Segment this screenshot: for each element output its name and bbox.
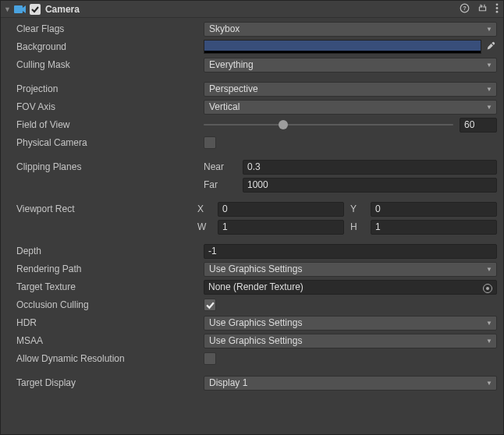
background-color-field[interactable]: [204, 40, 481, 54]
clear-flags-label: Clear Flags: [15, 23, 204, 34]
culling-mask-label: Culling Mask: [15, 59, 204, 70]
chevron-down-icon: ▼: [486, 86, 492, 93]
fov-axis-dropdown[interactable]: Vertical ▼: [204, 100, 497, 115]
chevron-down-icon: ▼: [486, 62, 492, 69]
near-input[interactable]: [243, 160, 497, 175]
hdr-dropdown[interactable]: Use Graphics Settings ▼: [204, 316, 497, 331]
culling-mask-dropdown[interactable]: Everything ▼: [204, 58, 497, 72]
presets-icon[interactable]: [477, 3, 488, 16]
viewport-w-input[interactable]: [218, 220, 344, 235]
culling-mask-value: Everything: [209, 59, 254, 70]
target-texture-value: None (Render Texture): [208, 281, 303, 292]
physical-camera-label: Physical Camera: [15, 137, 204, 148]
viewport-h-input[interactable]: [371, 220, 497, 235]
rendering-path-dropdown[interactable]: Use Graphics Settings ▼: [204, 262, 497, 277]
allow-dynamic-resolution-label: Allow Dynamic Resolution: [15, 353, 204, 364]
projection-value: Perspective: [209, 83, 258, 94]
viewport-x-label: X: [197, 203, 215, 214]
physical-camera-checkbox[interactable]: [204, 136, 216, 149]
chevron-down-icon: ▼: [486, 338, 492, 345]
target-display-dropdown[interactable]: Display 1 ▼: [204, 376, 497, 391]
clipping-planes-label: Clipping Planes: [15, 161, 204, 172]
fov-label: Field of View: [15, 119, 204, 130]
viewport-y-input[interactable]: [371, 202, 497, 217]
near-label: Near: [204, 161, 240, 172]
foldout-toggle-icon[interactable]: ▼: [4, 5, 11, 13]
projection-label: Projection: [15, 83, 204, 94]
background-label: Background: [15, 41, 204, 52]
svg-text:?: ?: [463, 5, 467, 12]
chevron-down-icon: ▼: [486, 380, 492, 387]
component-title: Camera: [45, 4, 460, 15]
svg-point-5: [496, 3, 499, 5]
viewport-y-label: Y: [350, 203, 367, 214]
camera-inspector-panel: ▼ Camera ? Clear Flags Skybox: [0, 0, 504, 435]
svg-point-7: [496, 10, 499, 12]
header-actions: ?: [460, 3, 499, 16]
chevron-down-icon: ▼: [486, 320, 492, 327]
msaa-value: Use Graphics Settings: [209, 335, 302, 346]
svg-rect-0: [14, 5, 23, 13]
rendering-path-label: Rendering Path: [15, 263, 204, 274]
viewport-h-label: H: [350, 221, 367, 232]
viewport-x-input[interactable]: [218, 202, 344, 217]
target-texture-label: Target Texture: [15, 281, 204, 292]
rendering-path-value: Use Graphics Settings: [209, 263, 302, 274]
camera-icon: [14, 5, 27, 14]
depth-input[interactable]: [204, 244, 497, 259]
object-picker-icon[interactable]: [483, 281, 494, 292]
msaa-label: MSAA: [15, 335, 204, 346]
clear-flags-dropdown[interactable]: Skybox ▼: [204, 22, 497, 37]
svg-point-6: [496, 7, 499, 9]
chevron-down-icon: ▼: [486, 26, 492, 33]
clear-flags-value: Skybox: [209, 23, 240, 34]
occlusion-culling-checkbox[interactable]: [204, 299, 216, 311]
fov-input[interactable]: [460, 118, 497, 133]
fov-axis-label: FOV Axis: [15, 101, 204, 112]
target-texture-field[interactable]: None (Render Texture): [204, 280, 497, 295]
slider-thumb[interactable]: [279, 120, 288, 129]
msaa-dropdown[interactable]: Use Graphics Settings ▼: [204, 334, 497, 348]
eyedropper-icon[interactable]: [484, 41, 497, 53]
target-display-value: Display 1: [209, 377, 247, 388]
depth-label: Depth: [15, 246, 204, 256]
component-header[interactable]: ▼ Camera ?: [1, 1, 503, 18]
chevron-down-icon: ▼: [486, 266, 492, 273]
viewport-w-label: W: [197, 221, 215, 232]
slider-track: [204, 124, 453, 126]
fov-axis-value: Vertical: [209, 101, 240, 112]
component-enabled-checkbox[interactable]: [30, 4, 41, 15]
far-label: Far: [204, 179, 240, 190]
target-display-label: Target Display: [15, 377, 204, 388]
context-menu-icon[interactable]: [495, 3, 499, 16]
fov-slider[interactable]: [204, 118, 453, 132]
projection-dropdown[interactable]: Perspective ▼: [204, 82, 497, 97]
occlusion-culling-label: Occlusion Culling: [15, 299, 204, 310]
chevron-down-icon: ▼: [486, 104, 492, 111]
hdr-value: Use Graphics Settings: [209, 317, 302, 328]
viewport-rect-label: Viewport Rect: [15, 203, 197, 214]
allow-dynamic-resolution-checkbox[interactable]: [204, 352, 216, 365]
far-input[interactable]: [243, 178, 497, 193]
hdr-label: HDR: [15, 317, 204, 328]
help-icon[interactable]: ?: [460, 3, 470, 16]
